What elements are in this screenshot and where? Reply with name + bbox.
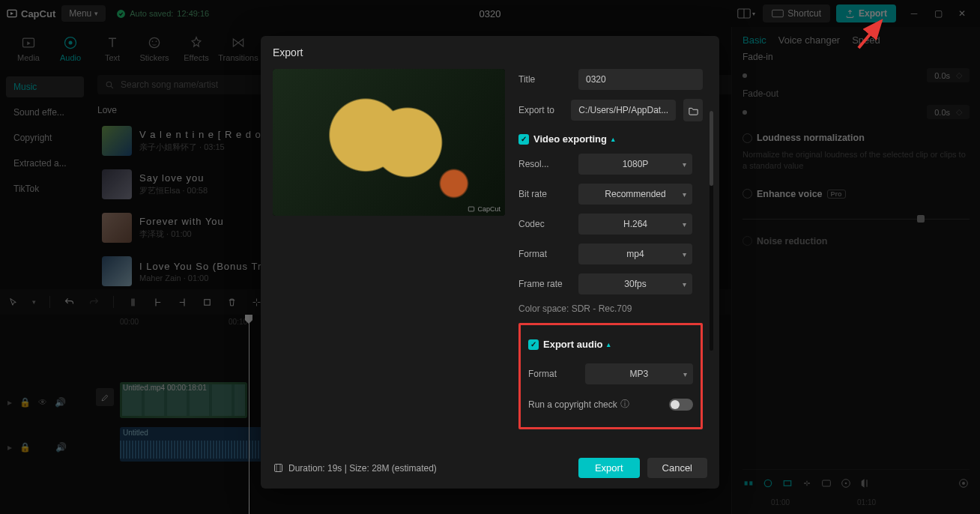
rp-tab-basic[interactable]: Basic [742,34,766,46]
tab-effects[interactable]: Effects [175,27,217,70]
song-thumbnail [102,126,132,156]
track-edit-button[interactable] [96,388,114,406]
slider-dot[interactable] [742,110,747,115]
video-export-checkbox[interactable]: ✓ [518,134,529,145]
maximize-button[interactable]: ▢ [926,3,950,24]
loudness-toggle[interactable] [742,133,752,143]
title-input[interactable]: 0320 [578,69,703,90]
enhance-slider[interactable] [742,219,970,220]
copyright-toggle[interactable] [669,399,693,411]
minimize-button[interactable]: ─ [902,3,926,24]
tab-transitions[interactable]: Transitions [217,27,259,70]
collapse-icon[interactable]: ▸ [7,397,12,408]
properties-panel: Basic Voice changer Speed Fade-in 0.0s◇ … [731,27,980,514]
title-bar: CapCut Menu▾ Auto saved:12:49:16 0320 ▾ … [0,0,980,27]
export-info: Duration: 19s | Size: 28M (estimated) [273,462,437,474]
tool-icon[interactable] [762,477,774,489]
fade-out-value[interactable]: 0.0s◇ [927,105,970,119]
song-subtitle: 李泽珑 · 01:00 [139,229,224,240]
tool-icon[interactable] [781,477,793,489]
copyright-label: Run a copyright check [528,399,617,410]
rp-tab-speed[interactable]: Speed [852,34,880,46]
export-button[interactable]: Export [836,4,896,22]
export-icon [845,9,855,19]
film-icon [273,462,284,474]
tool-icon[interactable] [801,477,813,489]
audio-icon [63,35,78,50]
sidebar-item-music[interactable]: Music [6,76,84,97]
codec-select[interactable]: H.264 [578,214,692,235]
sidebar-item-copyright[interactable]: Copyright [6,127,84,148]
enhance-toggle[interactable] [742,189,752,199]
sidebar-item-tiktok[interactable]: TikTok [6,178,84,199]
format-label: Format [518,249,571,259]
export-audio-section[interactable]: ✓Export audio▴ [528,339,693,350]
lock-icon[interactable]: 🔒 [19,397,31,408]
shortcut-button[interactable]: Shortcut [763,4,830,22]
noise-toggle[interactable] [742,236,752,246]
info-icon[interactable]: ⓘ [620,398,629,411]
trim-right-icon[interactable] [177,297,188,308]
sidebar-item-extracted[interactable]: Extracted a... [6,153,84,174]
format-select[interactable]: mp4 [578,244,692,264]
tool-icon[interactable] [840,477,852,489]
audio-export-checkbox[interactable]: ✓ [528,339,539,350]
tool-icon[interactable] [742,477,754,489]
modal-export-button[interactable]: Export [578,458,640,478]
video-clip[interactable]: Untitled.mp4 00:00:18:01 [120,382,247,418]
song-thumbnail [102,256,132,286]
crop-icon[interactable] [202,297,213,308]
split-icon[interactable] [127,297,139,308]
framerate-select[interactable]: 30fps [578,273,692,294]
tab-stickers[interactable]: Stickers [133,27,175,70]
menu-button[interactable]: Menu▾ [61,5,106,22]
exportto-label: Export to [518,105,563,115]
delete-icon[interactable] [226,297,238,308]
project-title[interactable]: 0320 [480,8,501,19]
loudness-desc: Normalize the original loudness of the s… [742,149,970,172]
record-icon[interactable] [958,477,970,489]
collapse-icon[interactable]: ▸ [7,442,12,453]
audio-track-controls: ▸ 🔒 🔊 [7,442,67,453]
svg-rect-28 [205,299,211,305]
folder-icon [688,106,699,115]
svg-line-18 [111,86,113,88]
lock-icon[interactable]: 🔒 [19,442,31,453]
modal-scrollbar[interactable] [710,111,713,351]
resolution-label: Resol... [518,159,571,169]
tab-media[interactable]: Media [7,27,49,70]
sidebar-item-sound-effects[interactable]: Sound effe... [6,102,84,123]
fade-in-value[interactable]: 0.0s◇ [927,68,970,82]
trim-left-icon[interactable] [152,297,163,308]
svg-rect-22 [784,481,790,486]
song-thumbnail [102,213,132,243]
video-exporting-section[interactable]: ✓Video exporting▴ [518,133,703,145]
fade-out-label: Fade-out [742,88,970,99]
pointer-icon[interactable] [7,297,19,308]
colorspace-note: Color space: SDR - Rec.709 [518,303,703,314]
redo-icon[interactable] [88,297,100,308]
export-modal: Export CapCut Title0320 Export toC:/User… [261,36,719,489]
browse-folder-button[interactable] [683,99,703,121]
tool-icon[interactable] [859,477,871,489]
rp-tab-voice[interactable]: Voice changer [778,34,840,46]
exportto-path[interactable]: C:/Users/HP/AppDat... [571,100,676,121]
mute-icon[interactable]: 🔊 [55,397,66,408]
mute-icon[interactable]: 🔊 [55,442,67,453]
fade-in-label: Fade-in [742,52,970,62]
tool-icon[interactable] [820,477,832,489]
visibility-icon[interactable]: 👁 [38,397,47,408]
bitrate-select[interactable]: Recommended [578,184,692,205]
undo-icon[interactable] [64,297,75,308]
export-preview: CapCut [273,69,505,216]
playhead[interactable] [249,315,249,514]
watermark: CapCut [468,205,500,213]
audio-format-select[interactable]: MP3 [585,363,693,384]
layout-button[interactable]: ▾ [736,4,757,22]
tab-audio[interactable]: Audio [49,27,91,70]
tab-text[interactable]: Text [91,27,133,70]
close-button[interactable]: ✕ [950,3,974,24]
resolution-select[interactable]: 1080P [578,154,692,175]
slider-dot[interactable] [742,73,747,78]
modal-cancel-button[interactable]: Cancel [647,458,707,478]
